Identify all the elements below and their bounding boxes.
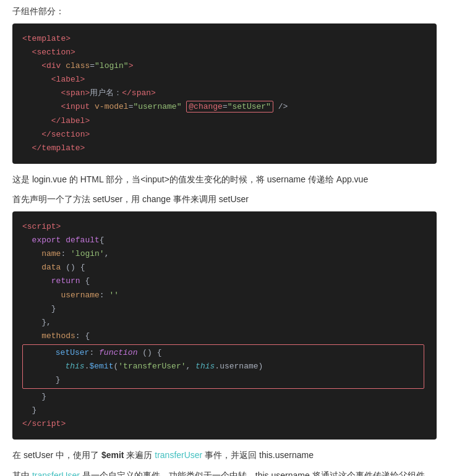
- page-container: 子组件部分： <template> <section> <div class="…: [12, 6, 437, 476]
- code-line: </template>: [22, 142, 427, 155]
- code-block-1: <template> <section> <div class="login">…: [12, 23, 437, 164]
- code-line: }: [27, 373, 420, 387]
- code-line: setUser: function () { this.$emit('trans…: [22, 343, 427, 390]
- code-line: setUser: function () {: [27, 346, 420, 360]
- code-line: name: 'login',: [22, 247, 427, 261]
- code-line: return {: [22, 274, 427, 288]
- code-line: <input v-model="username" @change="setUs…: [22, 100, 427, 114]
- code-line: }: [22, 404, 427, 417]
- code-line: methods: {: [22, 329, 427, 343]
- code-line: </script>: [22, 417, 427, 431]
- code-line: }: [22, 302, 427, 316]
- description-4: 其中 transferUser 是一个自定义的事件，功能类似于一个中转，this…: [12, 467, 437, 476]
- code-line: <template>: [22, 32, 427, 46]
- section-title: 子组件部分：: [12, 6, 437, 17]
- code-line: },: [22, 316, 427, 329]
- code-line: <label>: [22, 73, 427, 87]
- code-line: }: [22, 390, 427, 404]
- code-line: </section>: [22, 128, 427, 142]
- code-line: data () {: [22, 261, 427, 274]
- transfer-user-2: transferUser: [32, 470, 80, 476]
- code-line: <section>: [22, 46, 427, 59]
- description-2: 首先声明一个了方法 setUser，用 change 事件来调用 setUser: [12, 191, 437, 208]
- emit-bold: $emit: [101, 450, 124, 460]
- description-1: 这是 login.vue 的 HTML 部分，当<input>的值发生变化的时候…: [12, 171, 437, 188]
- transfer-user-1: transferUser: [155, 450, 202, 460]
- code-line: export default{: [22, 234, 427, 247]
- code-line: </label>: [22, 114, 427, 128]
- code-block-2: <script> export default{ name: 'login', …: [12, 211, 437, 440]
- code-line: <script>: [22, 220, 427, 234]
- code-line: <span>用户名：</span>: [22, 87, 427, 100]
- code-line: username: '': [22, 289, 427, 302]
- description-3: 在 setUser 中，使用了 $emit 来遍历 transferUser 事…: [12, 447, 437, 464]
- code-line: <div class="login">: [22, 59, 427, 73]
- code-line: this.$emit('transferUser', this.username…: [27, 360, 420, 373]
